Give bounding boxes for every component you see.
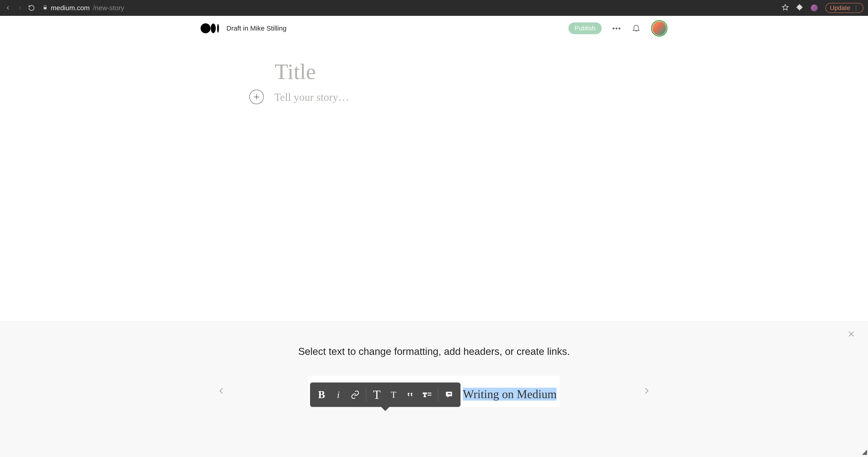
reload-button[interactable] (28, 4, 35, 11)
medium-logo[interactable] (200, 23, 220, 34)
resize-handle-icon: ◢ (862, 448, 867, 456)
add-block-button[interactable] (249, 90, 264, 104)
carousel-card: B i T T T Writing on Medium (308, 376, 560, 407)
editor: Title Tell your story… (0, 41, 868, 104)
avatar-image (652, 21, 666, 35)
chrome-menu-icon[interactable]: ⋮ (853, 4, 859, 11)
close-icon[interactable] (847, 329, 855, 340)
back-button[interactable] (4, 4, 11, 11)
more-menu-icon[interactable]: ••• (612, 24, 621, 33)
dropcap-button[interactable]: T (419, 383, 436, 407)
lock-icon (42, 4, 48, 11)
forward-button[interactable] (16, 4, 23, 11)
body-input[interactable]: Tell your story… (274, 91, 349, 103)
publish-label: Publish (575, 25, 596, 32)
svg-marker-0 (782, 4, 788, 10)
update-label: Update (830, 4, 850, 11)
url-domain: medium.com (51, 4, 90, 12)
sample-text: Writing on Medium (461, 388, 558, 401)
svg-point-2 (211, 24, 216, 33)
notifications-icon[interactable] (631, 23, 641, 33)
toolbar-separator (438, 388, 438, 401)
chrome-actions: Update ⋮ (782, 3, 864, 13)
carousel-prev-button[interactable] (218, 385, 226, 397)
blockquote-button[interactable] (402, 383, 419, 407)
header-left: Draft in Mike Stilling (200, 23, 286, 34)
update-button[interactable]: Update ⋮ (826, 3, 864, 13)
heading-small-button[interactable]: T (385, 383, 402, 407)
toolbar-separator (366, 388, 366, 401)
format-toolbar: B i T T T (310, 383, 461, 407)
title-input[interactable]: Title (275, 59, 868, 84)
private-note-button[interactable] (441, 383, 457, 407)
header-right: Publish ••• (568, 20, 668, 36)
body-row: Tell your story… (249, 90, 868, 104)
url-path: /new-story (93, 4, 124, 12)
link-button[interactable] (347, 383, 364, 407)
bookmark-icon[interactable] (782, 4, 789, 12)
onboarding-panel: Select text to change formatting, add he… (0, 321, 868, 457)
svg-point-1 (200, 23, 211, 33)
svg-rect-12 (448, 393, 451, 394)
profile-avatar-chrome[interactable] (811, 4, 818, 11)
publish-button[interactable]: Publish (568, 23, 602, 34)
carousel-next-button[interactable] (642, 385, 650, 397)
address-bar[interactable]: medium.com/new-story (40, 4, 777, 12)
onboarding-tip-text: Select text to change formatting, add he… (0, 346, 868, 357)
italic-button[interactable]: i (330, 383, 347, 407)
extensions-icon[interactable] (796, 4, 803, 12)
svg-text:T: T (423, 392, 427, 398)
bold-button[interactable]: B (313, 383, 330, 407)
app-header: Draft in Mike Stilling Publish ••• (0, 16, 868, 41)
draft-label: Draft in Mike Stilling (226, 25, 286, 32)
heading-large-button[interactable]: T (369, 383, 385, 407)
onboarding-carousel: B i T T T Writing on Medium (0, 376, 868, 407)
browser-chrome: medium.com/new-story Update ⋮ (0, 0, 868, 16)
svg-point-3 (217, 24, 219, 33)
user-avatar[interactable] (651, 20, 668, 36)
